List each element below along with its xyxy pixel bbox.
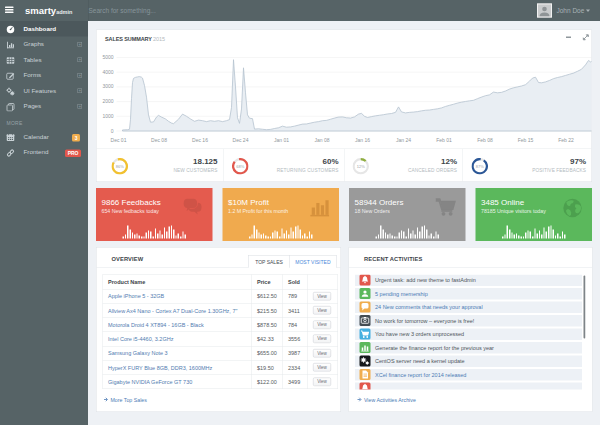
svg-text:Jan 08: Jan 08 <box>314 137 329 143</box>
svg-text:Feb 01: Feb 01 <box>436 137 452 143</box>
svg-text:Jan 01: Jan 01 <box>274 137 289 143</box>
svg-text:Feb 15: Feb 15 <box>518 137 534 143</box>
svg-text:Jan 24: Jan 24 <box>396 137 411 143</box>
svg-text:Feb 22: Feb 22 <box>558 137 574 143</box>
svg-text:Dec 08: Dec 08 <box>151 137 167 143</box>
svg-text:4000: 4000 <box>102 69 113 75</box>
svg-text:Dec 01: Dec 01 <box>111 137 127 143</box>
svg-text:1000: 1000 <box>102 113 113 119</box>
svg-text:Dec 24: Dec 24 <box>233 137 249 143</box>
svg-text:2000: 2000 <box>102 98 113 104</box>
svg-text:3000: 3000 <box>102 83 113 89</box>
svg-text:Jan 16: Jan 16 <box>355 137 370 143</box>
svg-text:87%: 87% <box>476 164 484 169</box>
svg-text:Feb 08: Feb 08 <box>477 137 493 143</box>
svg-text:0: 0 <box>111 128 114 134</box>
svg-text:68%: 68% <box>236 164 244 169</box>
svg-text:Dec 16: Dec 16 <box>192 137 208 143</box>
svg-text:5000: 5000 <box>102 54 113 60</box>
svg-text:86%: 86% <box>116 164 124 169</box>
svg-text:12%: 12% <box>357 164 365 169</box>
